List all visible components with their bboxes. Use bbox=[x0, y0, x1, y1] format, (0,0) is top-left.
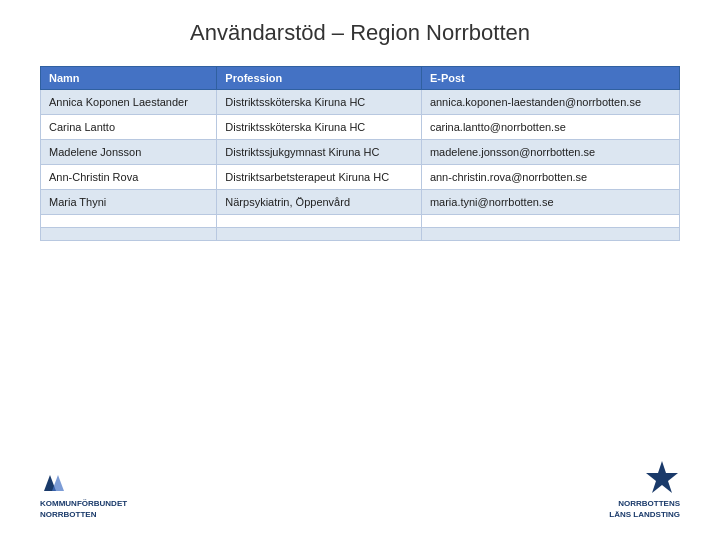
footer: KOMMUNFÖRBUNDET NORRBOTTEN NORRBOTTENS L… bbox=[40, 459, 680, 520]
norrbotten-icon bbox=[644, 459, 680, 495]
cell-namn bbox=[41, 228, 217, 241]
cell-namn bbox=[41, 215, 217, 228]
cell-profession bbox=[217, 215, 422, 228]
table-header-row: Namn Profession E-Post bbox=[41, 67, 680, 90]
cell-namn: Carina Lantto bbox=[41, 115, 217, 140]
table-row: Ann-Christin RovaDistriktsarbetsterapeut… bbox=[41, 165, 680, 190]
table-row: Annica Koponen LaestanderDistriktssköter… bbox=[41, 90, 680, 115]
cell-profession: Närpsykiatrin, Öppenvård bbox=[217, 190, 422, 215]
cell-epost: annica.koponen-laestanden@norrbotten.se bbox=[421, 90, 679, 115]
cell-epost: madelene.jonsson@norrbotten.se bbox=[421, 140, 679, 165]
cell-epost bbox=[421, 215, 679, 228]
norrbotten-text: NORRBOTTENS LÄNS LANDSTING bbox=[609, 499, 680, 520]
table-row: Madelene JonssonDistriktssjukgymnast Kir… bbox=[41, 140, 680, 165]
cell-profession bbox=[217, 228, 422, 241]
page-title: Användarstöd – Region Norrbotten bbox=[40, 20, 680, 46]
kommunforbundet-icon bbox=[40, 467, 76, 495]
page: Användarstöd – Region Norrbotten Namn Pr… bbox=[0, 0, 720, 540]
cell-profession: Distriktsarbetsterapeut Kiruna HC bbox=[217, 165, 422, 190]
svg-marker-2 bbox=[646, 461, 678, 493]
cell-namn: Ann-Christin Rova bbox=[41, 165, 217, 190]
main-table: Namn Profession E-Post Annica Koponen La… bbox=[40, 66, 680, 241]
cell-namn: Madelene Jonsson bbox=[41, 140, 217, 165]
svg-marker-1 bbox=[52, 475, 64, 491]
table-row bbox=[41, 215, 680, 228]
logo-norrbotten: NORRBOTTENS LÄNS LANDSTING bbox=[609, 459, 680, 520]
cell-epost: carina.lantto@norrbotten.se bbox=[421, 115, 679, 140]
table-row: Maria ThyniNärpsykiatrin, Öppenvårdmaria… bbox=[41, 190, 680, 215]
cell-epost bbox=[421, 228, 679, 241]
logo-kommunforbundet: KOMMUNFÖRBUNDET NORRBOTTEN bbox=[40, 467, 127, 520]
cell-namn: Maria Thyni bbox=[41, 190, 217, 215]
kommunforbundet-text: KOMMUNFÖRBUNDET NORRBOTTEN bbox=[40, 499, 127, 520]
col-header-profession: Profession bbox=[217, 67, 422, 90]
cell-epost: maria.tyni@norrbotten.se bbox=[421, 190, 679, 215]
table-row bbox=[41, 228, 680, 241]
cell-profession: Distriktssköterska Kiruna HC bbox=[217, 90, 422, 115]
col-header-epost: E-Post bbox=[421, 67, 679, 90]
cell-profession: Distriktssjukgymnast Kiruna HC bbox=[217, 140, 422, 165]
col-header-namn: Namn bbox=[41, 67, 217, 90]
cell-profession: Distriktssköterska Kiruna HC bbox=[217, 115, 422, 140]
table-row: Carina LanttoDistriktssköterska Kiruna H… bbox=[41, 115, 680, 140]
cell-epost: ann-christin.rova@norrbotten.se bbox=[421, 165, 679, 190]
cell-namn: Annica Koponen Laestander bbox=[41, 90, 217, 115]
